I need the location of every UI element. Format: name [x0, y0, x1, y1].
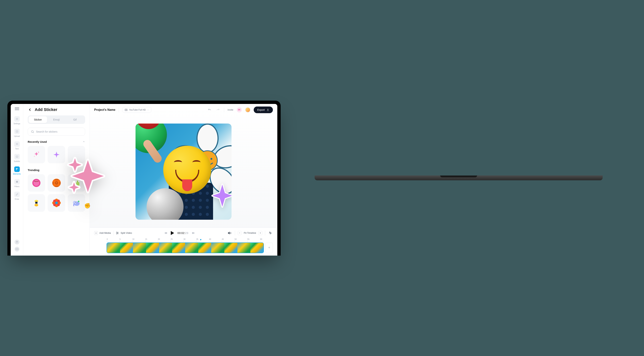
- skip-back-button[interactable]: [164, 231, 168, 235]
- topbar: Project's Name YouTube Full HD Invite SK…: [90, 104, 277, 116]
- svg-rect-12: [16, 248, 18, 250]
- svg-point-13: [32, 131, 34, 133]
- panel-title: Add Sticker: [35, 107, 57, 112]
- play-button[interactable]: [171, 231, 174, 235]
- collapse-recent[interactable]: [82, 140, 85, 143]
- video-preview[interactable]: [136, 123, 232, 220]
- preset-selector[interactable]: YouTube Full HD: [122, 107, 152, 113]
- svg-point-33: [34, 204, 38, 206]
- section-recent-title: Recently Used: [28, 140, 47, 143]
- svg-text:HI HI HI: HI HI HI: [55, 186, 58, 187]
- svg-rect-32: [35, 202, 38, 204]
- export-icon: [266, 109, 269, 111]
- svg-point-20: [56, 183, 56, 183]
- main-area: Project's Name YouTube Full HD Invite SK…: [90, 104, 277, 256]
- zoom-out-button[interactable]: −: [238, 231, 242, 235]
- grab-cursor-icon: ✊: [84, 203, 91, 209]
- project-name[interactable]: Project's Name: [94, 108, 116, 111]
- rail-settings[interactable]: Settings: [11, 115, 23, 126]
- sticker-flower[interactable]: [48, 194, 65, 212]
- chevron-down-icon: [147, 109, 149, 111]
- volume-button[interactable]: [227, 230, 232, 236]
- sticker-tabs: Sticker Emoji Gif: [28, 115, 85, 124]
- svg-point-46: [75, 202, 76, 203]
- sticker-abstract[interactable]: [28, 194, 45, 212]
- svg-text:Psyche: Psyche: [34, 181, 39, 182]
- sticker-sparkle-purple[interactable]: [48, 146, 65, 163]
- svg-rect-10: [16, 169, 17, 170]
- rail-elements[interactable]: Elements: [11, 165, 23, 176]
- svg-point-21: [57, 183, 57, 183]
- collaborator-badge[interactable]: SK: [237, 107, 242, 112]
- help-icon[interactable]: ?: [14, 240, 20, 245]
- svg-rect-9: [17, 168, 18, 169]
- sticker-sparkle-pink[interactable]: [28, 146, 45, 163]
- rail-draw[interactable]: Draw: [11, 190, 23, 202]
- redo-button[interactable]: [216, 107, 221, 112]
- rail-subtitle[interactable]: Subtitle: [11, 152, 23, 164]
- export-button[interactable]: Export: [254, 106, 273, 113]
- search-icon: [31, 130, 34, 133]
- back-button[interactable]: [28, 107, 32, 112]
- placed-sticker-sparkle[interactable]: [211, 183, 232, 209]
- playhead-icon[interactable]: ▼: [200, 238, 202, 241]
- ruler: 051015202530354045505560 ▼: [102, 238, 277, 242]
- svg-point-49: [210, 158, 212, 160]
- fit-timeline: − Fit Timeline +: [238, 231, 262, 235]
- svg-point-0: [16, 118, 18, 120]
- svg-text:T: T: [16, 143, 18, 145]
- split-button[interactable]: Split Video: [116, 232, 132, 235]
- svg-text:HI HI: HI HI: [60, 182, 60, 185]
- video-clip[interactable]: [107, 243, 264, 253]
- waveform-button[interactable]: [268, 230, 273, 236]
- svg-rect-8: [16, 168, 17, 169]
- youtube-icon: [125, 109, 128, 111]
- section-trending-title: Trending: [28, 168, 39, 172]
- zoom-in-button[interactable]: +: [258, 231, 262, 235]
- invite-button[interactable]: Invite: [228, 108, 233, 111]
- svg-rect-5: [16, 156, 18, 157]
- keyboard-icon[interactable]: [14, 247, 20, 252]
- elements-icon: [14, 166, 20, 172]
- tab-gif[interactable]: Gif: [66, 116, 84, 123]
- add-media-button[interactable]: +Add Media: [94, 231, 111, 235]
- text-icon: T: [14, 141, 20, 147]
- subtitle-icon: [14, 154, 20, 159]
- tab-emoji[interactable]: Emoji: [47, 116, 66, 123]
- search-input[interactable]: [36, 130, 82, 133]
- skip-fwd-button[interactable]: [192, 231, 195, 235]
- user-avatar[interactable]: [245, 107, 250, 112]
- svg-point-1: [16, 119, 17, 119]
- add-track-button[interactable]: +: [266, 243, 273, 253]
- timeline-area: +Add Media Split Video 00:02:23 − Fit Ti…: [90, 228, 277, 256]
- svg-point-44: [73, 201, 76, 204]
- svg-point-42: [55, 202, 58, 204]
- rail-text[interactable]: TText: [11, 140, 23, 151]
- sticker-psyche[interactable]: Psyche: [28, 174, 45, 192]
- rail-filters[interactable]: Filters: [11, 177, 23, 189]
- svg-point-50: [116, 232, 117, 233]
- filters-icon: [14, 179, 20, 185]
- scissors-icon: [116, 232, 119, 235]
- rail-upload[interactable]: Upload: [11, 127, 23, 139]
- svg-point-45: [78, 201, 80, 202]
- timecode: 00:02:23: [178, 231, 188, 235]
- svg-point-51: [116, 233, 117, 234]
- svg-line-14: [33, 132, 34, 133]
- sticker-hi[interactable]: HI HI HIHI HI HIHI HIHI HI: [48, 174, 65, 192]
- menu-icon[interactable]: [15, 106, 19, 111]
- settings-icon: [14, 116, 20, 122]
- tab-sticker[interactable]: Sticker: [28, 116, 47, 123]
- undo-button[interactable]: [207, 107, 212, 112]
- svg-text:HI HI HI: HI HI HI: [55, 179, 58, 180]
- upload-icon: [14, 129, 20, 134]
- svg-text:HI HI: HI HI: [52, 182, 54, 184]
- canvas[interactable]: ✊: [90, 116, 277, 228]
- search-field[interactable]: [28, 128, 85, 136]
- dragging-sticker[interactable]: ✊: [66, 153, 106, 197]
- draw-icon: [14, 192, 20, 197]
- nav-rail: Settings Upload TText Subtitle Elements …: [11, 104, 23, 256]
